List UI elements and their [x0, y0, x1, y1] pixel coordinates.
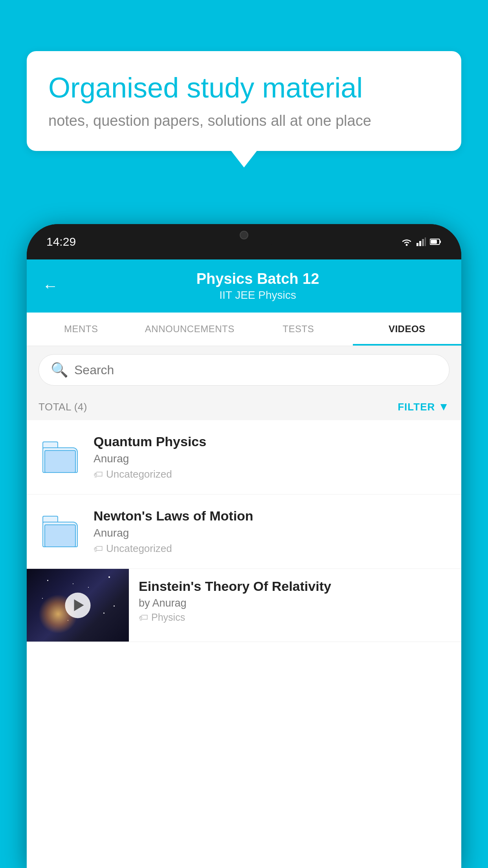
video-tag-3: 🏷 Physics [139, 612, 451, 623]
play-triangle-icon [74, 600, 84, 611]
back-button[interactable]: ← [42, 277, 58, 295]
video-info-2: Newton's Laws of Motion Anurag 🏷 Uncateg… [94, 508, 449, 555]
list-item[interactable]: Quantum Physics Anurag 🏷 Uncategorized [27, 420, 461, 495]
tabs-bar: MENTS ANNOUNCEMENTS TESTS VIDEOS [27, 313, 461, 346]
tag-icon: 🏷 [94, 469, 103, 480]
video-info-1: Quantum Physics Anurag 🏷 Uncategorized [94, 434, 449, 480]
search-input[interactable] [74, 363, 437, 377]
video-author-1: Anurag [94, 452, 449, 465]
svg-rect-7 [431, 240, 437, 244]
speech-bubble: Organised study material notes, question… [27, 51, 461, 151]
tab-announcements[interactable]: ANNOUNCEMENTS [136, 313, 244, 346]
svg-rect-6 [440, 241, 441, 243]
video-thumbnail-3 [27, 569, 129, 642]
filter-row: TOTAL (4) FILTER ▼ [27, 394, 461, 420]
filter-funnel-icon: ▼ [438, 401, 449, 413]
video-info-3: Einstein's Theory Of Relativity by Anura… [129, 569, 461, 633]
folder-icon [42, 516, 78, 547]
svg-rect-4 [425, 237, 426, 246]
tab-videos[interactable]: VIDEOS [353, 313, 462, 346]
tab-tests[interactable]: TESTS [244, 313, 353, 346]
video-title-1: Quantum Physics [94, 434, 449, 449]
phone-notch [209, 224, 279, 246]
speech-bubble-heading: Organised study material [48, 71, 440, 105]
filter-button[interactable]: FILTER ▼ [398, 401, 449, 413]
svg-rect-1 [416, 243, 418, 246]
video-author-2: Anurag [94, 527, 449, 539]
search-bar-container: 🔍 [27, 346, 461, 394]
video-thumbnail-1 [39, 436, 82, 479]
camera-icon [240, 231, 248, 239]
folder-icon [42, 441, 78, 473]
app-header: ← Physics Batch 12 IIT JEE Physics [27, 259, 461, 313]
video-title-3: Einstein's Theory Of Relativity [139, 579, 451, 594]
video-tag-1: 🏷 Uncategorized [94, 468, 449, 480]
status-bar: 14:29 [27, 224, 461, 259]
video-thumbnail-2 [39, 510, 82, 553]
play-button[interactable] [65, 592, 91, 618]
tab-ments[interactable]: MENTS [27, 313, 136, 346]
tag-icon: 🏷 [139, 612, 148, 623]
svg-point-0 [406, 244, 408, 246]
search-icon: 🔍 [51, 362, 68, 378]
filter-label: FILTER [398, 401, 435, 413]
tag-icon: 🏷 [94, 543, 103, 554]
total-label: TOTAL (4) [39, 401, 87, 413]
header-title-group: Physics Batch 12 IIT JEE Physics [70, 270, 446, 302]
batch-name: Physics Batch 12 [70, 270, 446, 287]
app-content: ← Physics Batch 12 IIT JEE Physics MENTS… [27, 259, 461, 868]
battery-icon [430, 238, 442, 245]
status-icons [401, 237, 442, 246]
svg-rect-3 [422, 239, 424, 246]
video-list: Quantum Physics Anurag 🏷 Uncategorized [27, 420, 461, 642]
batch-tags: IIT JEE Physics [70, 289, 446, 302]
video-tag-2: 🏷 Uncategorized [94, 542, 449, 555]
video-title-2: Newton's Laws of Motion [94, 508, 449, 524]
wifi-icon [401, 237, 413, 246]
video-author-3: by Anurag [139, 597, 451, 609]
speech-bubble-subtext: notes, question papers, solutions all at… [48, 112, 440, 129]
search-input-wrapper: 🔍 [39, 354, 449, 386]
phone-frame: 14:29 [27, 224, 461, 868]
list-item[interactable]: Einstein's Theory Of Relativity by Anura… [27, 569, 461, 642]
status-time: 14:29 [46, 235, 76, 248]
signal-icon [416, 237, 426, 246]
svg-rect-2 [419, 241, 421, 246]
list-item[interactable]: Newton's Laws of Motion Anurag 🏷 Uncateg… [27, 495, 461, 569]
